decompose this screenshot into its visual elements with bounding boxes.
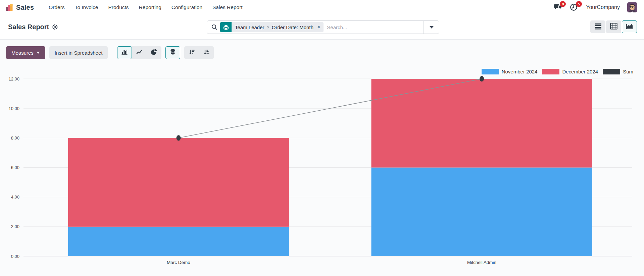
messages-button[interactable]: 8 [554, 3, 562, 11]
company-name[interactable]: YourCompany [586, 4, 620, 10]
graph-view-content: Measures Insert in Spreadsheet [0, 40, 644, 276]
main-menu: Orders To Invoice Products Reporting Con… [49, 4, 242, 10]
search-dropdown-toggle[interactable] [424, 21, 439, 34]
y-axis-tick-label: 4.00 [11, 195, 19, 200]
y-axis-tick-label: 0.00 [11, 254, 19, 259]
groupby-facet[interactable]: Team Leader > Order Date: Month × [220, 22, 324, 32]
y-axis-tick-label: 12.00 [8, 76, 19, 81]
list-view-icon [594, 23, 602, 31]
graph-view-button[interactable] [622, 20, 637, 33]
page-title: Sales Report [8, 23, 49, 31]
user-avatar[interactable] [627, 2, 637, 12]
menu-to-invoice[interactable]: To Invoice [75, 4, 98, 10]
measures-label: Measures [11, 50, 34, 56]
menu-sales-report[interactable]: Sales Report [212, 4, 243, 10]
menu-reporting[interactable]: Reporting [139, 4, 161, 10]
menu-orders[interactable]: Orders [49, 4, 64, 10]
facet-remove-icon[interactable]: × [317, 24, 320, 30]
graph-view-icon [626, 23, 633, 31]
facet-separator: > [267, 24, 269, 30]
app-name: Sales [16, 4, 34, 11]
menu-configuration[interactable]: Configuration [171, 4, 202, 10]
messages-count-badge: 8 [560, 1, 566, 7]
sales-app-logo-icon [5, 3, 13, 11]
x-axis-category-label: Mitchell Admin [467, 260, 496, 265]
sales-chart[interactable]: 0.002.004.006.008.0010.0012.00Marc DemoM… [0, 55, 644, 275]
search-icon [207, 24, 220, 30]
activities-count-badge: 5 [576, 1, 582, 7]
bar-segment-december-2024[interactable] [68, 138, 289, 227]
pivot-view-button[interactable] [606, 20, 621, 33]
x-axis-category-label: Marc Demo [167, 260, 190, 265]
bar-segment-november-2024[interactable] [371, 168, 592, 257]
control-panel: Sales Report [0, 15, 644, 40]
sum-point[interactable] [177, 135, 181, 141]
top-nav: Sales Orders To Invoice Products Reporti… [0, 0, 644, 15]
chevron-down-icon [430, 26, 434, 29]
view-switcher [590, 20, 637, 33]
bar-segment-november-2024[interactable] [68, 227, 289, 256]
activities-button[interactable]: 5 [570, 3, 579, 11]
list-view-button[interactable] [590, 20, 605, 33]
chevron-down-icon [37, 52, 40, 54]
y-axis-tick-label: 8.00 [11, 135, 19, 141]
chat-bubbles-icon [554, 6, 562, 12]
y-axis-tick-label: 2.00 [11, 224, 19, 229]
clock-icon [570, 6, 578, 12]
facet-group-1: Team Leader [235, 24, 264, 30]
facet-group-2: Order Date: Month [272, 24, 313, 30]
app-switcher[interactable]: Sales [5, 3, 34, 11]
gear-icon[interactable] [52, 24, 58, 30]
insert-label: Insert in Spreadsheet [55, 50, 103, 56]
pivot-view-icon [610, 23, 617, 31]
layers-icon [220, 22, 232, 32]
bar-segment-december-2024[interactable] [371, 79, 592, 168]
menu-products[interactable]: Products [108, 4, 129, 10]
sum-point[interactable] [480, 76, 484, 81]
y-axis-tick-label: 10.00 [8, 106, 19, 111]
search-input[interactable] [324, 24, 424, 30]
search-bar: Team Leader > Order Date: Month × [207, 20, 439, 34]
y-axis-tick-label: 6.00 [11, 165, 19, 170]
